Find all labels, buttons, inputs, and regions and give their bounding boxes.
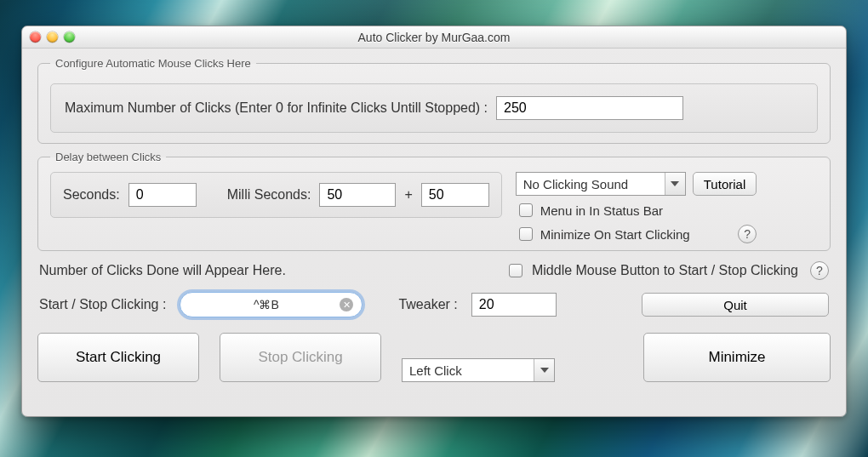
seconds-input[interactable]: [128, 183, 197, 207]
hotkey-label: Start / Stop Clicking :: [39, 297, 166, 312]
close-icon[interactable]: [30, 31, 41, 43]
chevron-down-icon: [665, 173, 685, 195]
middle-mouse-checkbox[interactable]: [509, 264, 523, 277]
configure-group-legend: Configure Automatic Mouse Clicks Here: [50, 57, 256, 70]
configure-group: Configure Automatic Mouse Clicks Here Ma…: [37, 57, 831, 144]
traffic-lights: [30, 31, 75, 43]
tweaker-label: Tweaker :: [398, 297, 457, 312]
tweaker-input[interactable]: [471, 293, 557, 317]
delay-group-legend: Delay between Clicks: [50, 151, 166, 163]
help-icon[interactable]: ?: [738, 225, 757, 243]
menu-statusbar-label: Menu in In Status Bar: [540, 203, 663, 218]
seconds-label: Seconds:: [63, 187, 120, 203]
titlebar[interactable]: Auto Clicker by MurGaa.com: [22, 26, 846, 49]
ms2-input[interactable]: [421, 183, 489, 207]
quit-button[interactable]: Quit: [642, 293, 829, 317]
ms1-input[interactable]: [319, 183, 396, 207]
click-type-value: Left Click: [409, 363, 462, 378]
max-clicks-label: Maximum Number of Clicks (Enter 0 for In…: [65, 100, 488, 116]
minimize-button[interactable]: Minimize: [643, 333, 831, 382]
app-window: Auto Clicker by MurGaa.com Configure Aut…: [21, 26, 847, 417]
window-title: Auto Clicker by MurGaa.com: [358, 31, 511, 44]
menu-statusbar-checkbox[interactable]: [519, 203, 533, 217]
stop-clicking-button[interactable]: Stop Clicking: [220, 333, 381, 382]
hotkey-row: Start / Stop Clicking : ^⌘B ✕ Tweaker : …: [39, 292, 829, 317]
minimize-icon[interactable]: [47, 31, 58, 43]
hotkey-value: ^⌘B: [192, 298, 340, 311]
sound-select[interactable]: No Clicking Sound: [516, 172, 686, 196]
middle-mouse-label: Middle Mouse Button to Start / Stop Clic…: [532, 263, 798, 278]
clear-icon[interactable]: ✕: [340, 298, 353, 311]
help-icon-2[interactable]: ?: [810, 261, 829, 280]
desktop-background: Auto Clicker by MurGaa.com Configure Aut…: [0, 0, 868, 457]
click-type-select[interactable]: Left Click: [402, 358, 555, 382]
status-text: Number of Clicks Done will Appear Here.: [39, 263, 286, 278]
plus-label: +: [404, 187, 412, 203]
max-clicks-input[interactable]: [496, 96, 683, 120]
tutorial-button[interactable]: Tutorial: [693, 172, 757, 196]
delay-group: Delay between Clicks Seconds: Milli Seco…: [37, 151, 831, 251]
ms-label: Milli Seconds:: [227, 187, 311, 203]
status-row: Number of Clicks Done will Appear Here. …: [39, 261, 829, 280]
chevron-down-icon: [534, 359, 554, 381]
start-clicking-button[interactable]: Start Clicking: [37, 333, 199, 382]
hotkey-input[interactable]: ^⌘B ✕: [180, 292, 363, 317]
sound-select-value: No Clicking Sound: [523, 177, 628, 191]
minimize-on-start-label: Minimize On Start Clicking: [540, 227, 690, 242]
window-body: Configure Automatic Mouse Clicks Here Ma…: [22, 49, 846, 416]
zoom-icon[interactable]: [64, 31, 75, 43]
max-clicks-row: Maximum Number of Clicks (Enter 0 for In…: [50, 83, 818, 133]
bottom-row: Start Clicking Stop Clicking Left Click …: [37, 333, 831, 382]
minimize-on-start-checkbox[interactable]: [519, 227, 533, 241]
options-column: No Clicking Sound Tutorial Menu in In St…: [516, 172, 757, 243]
delay-box: Seconds: Milli Seconds: +: [50, 172, 502, 218]
